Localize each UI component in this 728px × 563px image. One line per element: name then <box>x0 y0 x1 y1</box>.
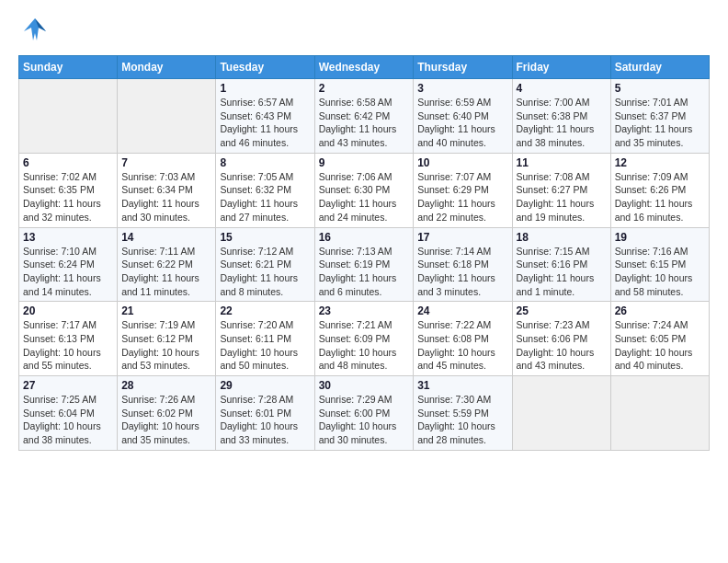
calendar-cell: 13Sunrise: 7:10 AM Sunset: 6:24 PM Dayli… <box>19 227 118 302</box>
day-info: Sunrise: 7:14 AM Sunset: 6:18 PM Dayligh… <box>417 245 507 299</box>
day-number: 17 <box>417 231 507 244</box>
day-number: 10 <box>417 156 507 169</box>
day-number: 29 <box>220 379 310 392</box>
day-number: 8 <box>220 156 310 169</box>
day-info: Sunrise: 7:03 AM Sunset: 6:34 PM Dayligh… <box>121 170 211 224</box>
day-info: Sunrise: 7:05 AM Sunset: 6:32 PM Dayligh… <box>220 170 310 224</box>
calendar-cell: 16Sunrise: 7:13 AM Sunset: 6:19 PM Dayli… <box>314 227 414 302</box>
calendar-cell: 24Sunrise: 7:22 AM Sunset: 6:08 PM Dayli… <box>414 302 512 376</box>
day-number: 6 <box>23 156 113 169</box>
day-number: 2 <box>319 82 410 95</box>
day-info: Sunrise: 7:10 AM Sunset: 6:24 PM Dayligh… <box>23 245 113 299</box>
day-info: Sunrise: 7:20 AM Sunset: 6:11 PM Dayligh… <box>220 318 310 373</box>
day-number: 30 <box>319 379 410 392</box>
day-number: 4 <box>517 82 607 95</box>
calendar-cell: 3Sunrise: 6:59 AM Sunset: 6:40 PM Daylig… <box>414 79 512 154</box>
calendar-cell: 7Sunrise: 7:03 AM Sunset: 6:34 PM Daylig… <box>118 153 216 227</box>
calendar-cell: 22Sunrise: 7:20 AM Sunset: 6:11 PM Dayli… <box>216 302 314 376</box>
day-number: 5 <box>615 82 705 95</box>
day-info: Sunrise: 7:26 AM Sunset: 6:02 PM Dayligh… <box>121 393 211 447</box>
day-info: Sunrise: 7:23 AM Sunset: 6:06 PM Dayligh… <box>517 318 607 373</box>
calendar-cell: 31Sunrise: 7:30 AM Sunset: 5:59 PM Dayli… <box>414 376 512 451</box>
calendar-cell: 2Sunrise: 6:58 AM Sunset: 6:42 PM Daylig… <box>314 79 414 154</box>
calendar-week-row: 1Sunrise: 6:57 AM Sunset: 6:43 PM Daylig… <box>19 79 710 154</box>
calendar-cell: 8Sunrise: 7:05 AM Sunset: 6:32 PM Daylig… <box>216 153 314 227</box>
day-number: 12 <box>615 156 705 169</box>
weekday-header-row: SundayMondayTuesdayWednesdayThursdayFrid… <box>19 56 710 79</box>
calendar-cell: 20Sunrise: 7:17 AM Sunset: 6:13 PM Dayli… <box>19 302 118 376</box>
day-info: Sunrise: 7:07 AM Sunset: 6:29 PM Dayligh… <box>417 170 507 224</box>
day-info: Sunrise: 7:29 AM Sunset: 6:00 PM Dayligh… <box>319 393 410 447</box>
day-info: Sunrise: 7:19 AM Sunset: 6:12 PM Dayligh… <box>121 318 211 373</box>
day-number: 31 <box>417 379 507 392</box>
day-number: 15 <box>220 231 310 244</box>
calendar-cell: 30Sunrise: 7:29 AM Sunset: 6:00 PM Dayli… <box>314 376 414 451</box>
calendar-table: SundayMondayTuesdayWednesdayThursdayFrid… <box>18 55 710 451</box>
calendar-cell: 26Sunrise: 7:24 AM Sunset: 6:05 PM Dayli… <box>610 302 709 376</box>
calendar-cell <box>19 79 118 154</box>
day-number: 9 <box>319 156 410 169</box>
calendar-cell: 9Sunrise: 7:06 AM Sunset: 6:30 PM Daylig… <box>314 153 414 227</box>
calendar-week-row: 13Sunrise: 7:10 AM Sunset: 6:24 PM Dayli… <box>19 227 710 302</box>
day-number: 3 <box>417 82 507 95</box>
day-info: Sunrise: 6:58 AM Sunset: 6:42 PM Dayligh… <box>319 96 410 150</box>
calendar-cell <box>512 376 610 451</box>
calendar-cell: 12Sunrise: 7:09 AM Sunset: 6:26 PM Dayli… <box>610 153 709 227</box>
calendar-week-row: 20Sunrise: 7:17 AM Sunset: 6:13 PM Dayli… <box>19 302 710 376</box>
day-info: Sunrise: 7:08 AM Sunset: 6:27 PM Dayligh… <box>517 170 607 224</box>
day-info: Sunrise: 7:16 AM Sunset: 6:15 PM Dayligh… <box>615 245 705 299</box>
day-info: Sunrise: 7:12 AM Sunset: 6:21 PM Dayligh… <box>220 245 310 299</box>
calendar-cell: 25Sunrise: 7:23 AM Sunset: 6:06 PM Dayli… <box>512 302 610 376</box>
weekday-header: Saturday <box>610 56 709 79</box>
calendar-cell: 1Sunrise: 6:57 AM Sunset: 6:43 PM Daylig… <box>216 79 314 154</box>
calendar-cell: 5Sunrise: 7:01 AM Sunset: 6:37 PM Daylig… <box>610 79 709 154</box>
day-info: Sunrise: 7:17 AM Sunset: 6:13 PM Dayligh… <box>23 318 113 373</box>
weekday-header: Friday <box>512 56 610 79</box>
calendar-cell: 18Sunrise: 7:15 AM Sunset: 6:16 PM Dayli… <box>512 227 610 302</box>
day-info: Sunrise: 7:25 AM Sunset: 6:04 PM Dayligh… <box>23 393 113 447</box>
day-number: 14 <box>121 231 211 244</box>
day-info: Sunrise: 7:01 AM Sunset: 6:37 PM Dayligh… <box>615 96 705 150</box>
page-header <box>18 15 710 48</box>
calendar-cell: 27Sunrise: 7:25 AM Sunset: 6:04 PM Dayli… <box>19 376 118 451</box>
weekday-header: Monday <box>118 56 216 79</box>
day-number: 13 <box>23 231 113 244</box>
calendar-cell: 15Sunrise: 7:12 AM Sunset: 6:21 PM Dayli… <box>216 227 314 302</box>
day-number: 22 <box>220 304 310 317</box>
day-info: Sunrise: 7:02 AM Sunset: 6:35 PM Dayligh… <box>23 170 113 224</box>
day-number: 23 <box>319 304 410 317</box>
calendar-week-row: 6Sunrise: 7:02 AM Sunset: 6:35 PM Daylig… <box>19 153 710 227</box>
day-info: Sunrise: 7:11 AM Sunset: 6:22 PM Dayligh… <box>121 245 211 299</box>
weekday-header: Sunday <box>19 56 118 79</box>
weekday-header: Wednesday <box>314 56 414 79</box>
day-info: Sunrise: 7:30 AM Sunset: 5:59 PM Dayligh… <box>417 393 507 447</box>
day-number: 16 <box>319 231 410 244</box>
calendar-cell: 17Sunrise: 7:14 AM Sunset: 6:18 PM Dayli… <box>414 227 512 302</box>
calendar-cell: 23Sunrise: 7:21 AM Sunset: 6:09 PM Dayli… <box>314 302 414 376</box>
day-number: 20 <box>23 304 113 317</box>
weekday-header: Thursday <box>414 56 512 79</box>
calendar-cell: 10Sunrise: 7:07 AM Sunset: 6:29 PM Dayli… <box>414 153 512 227</box>
calendar-cell: 6Sunrise: 7:02 AM Sunset: 6:35 PM Daylig… <box>19 153 118 227</box>
day-info: Sunrise: 7:21 AM Sunset: 6:09 PM Dayligh… <box>319 318 410 373</box>
day-info: Sunrise: 7:09 AM Sunset: 6:26 PM Dayligh… <box>615 170 705 224</box>
calendar-cell: 11Sunrise: 7:08 AM Sunset: 6:27 PM Dayli… <box>512 153 610 227</box>
calendar-cell: 19Sunrise: 7:16 AM Sunset: 6:15 PM Dayli… <box>610 227 709 302</box>
day-info: Sunrise: 7:06 AM Sunset: 6:30 PM Dayligh… <box>319 170 410 224</box>
day-number: 24 <box>417 304 507 317</box>
day-number: 19 <box>615 231 705 244</box>
day-info: Sunrise: 7:22 AM Sunset: 6:08 PM Dayligh… <box>417 318 507 373</box>
day-number: 25 <box>517 304 607 317</box>
logo-icon <box>18 15 51 48</box>
day-info: Sunrise: 7:00 AM Sunset: 6:38 PM Dayligh… <box>517 96 607 150</box>
calendar-cell: 14Sunrise: 7:11 AM Sunset: 6:22 PM Dayli… <box>118 227 216 302</box>
day-info: Sunrise: 7:13 AM Sunset: 6:19 PM Dayligh… <box>319 245 410 299</box>
day-number: 27 <box>23 379 113 392</box>
day-number: 7 <box>121 156 211 169</box>
calendar-cell: 21Sunrise: 7:19 AM Sunset: 6:12 PM Dayli… <box>118 302 216 376</box>
day-number: 28 <box>121 379 211 392</box>
day-info: Sunrise: 6:57 AM Sunset: 6:43 PM Dayligh… <box>220 96 310 150</box>
logo <box>18 15 57 48</box>
calendar-cell: 29Sunrise: 7:28 AM Sunset: 6:01 PM Dayli… <box>216 376 314 451</box>
calendar-week-row: 27Sunrise: 7:25 AM Sunset: 6:04 PM Dayli… <box>19 376 710 451</box>
